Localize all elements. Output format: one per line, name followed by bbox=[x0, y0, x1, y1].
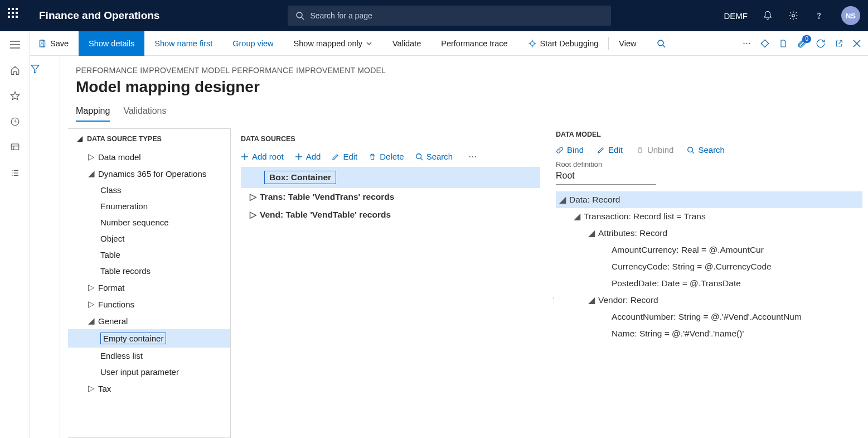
data-model-panel: DATA MODEL Bind Edit Unbind Search Root … bbox=[556, 128, 868, 438]
ds-item-trans[interactable]: ▷Trans: Table 'VendTrans' records bbox=[241, 188, 540, 206]
group-view-button[interactable]: Group view bbox=[222, 31, 283, 56]
root-definition-value[interactable]: Root bbox=[556, 169, 656, 185]
save-label: Save bbox=[50, 39, 69, 48]
help-icon[interactable] bbox=[813, 10, 825, 21]
performance-trace-button[interactable]: Performance trace bbox=[431, 31, 517, 56]
more-icon[interactable]: ··· bbox=[743, 37, 751, 49]
data-source-types-heading: DATA SOURCE TYPES bbox=[87, 135, 162, 143]
search-model-button[interactable]: Search bbox=[687, 145, 725, 155]
show-details-button[interactable]: Show details bbox=[79, 31, 144, 56]
root-definition-label: Root definition bbox=[556, 160, 862, 169]
delete-button[interactable]: Delete bbox=[368, 152, 404, 161]
svg-point-25 bbox=[658, 40, 663, 46]
tab-validations[interactable]: Validations bbox=[123, 106, 166, 122]
tree-item-table-records[interactable]: Table records bbox=[68, 263, 230, 279]
ds-item-vend[interactable]: ▷Vend: Table 'VendTable' records bbox=[241, 206, 540, 224]
tree-item-table[interactable]: Table bbox=[68, 247, 230, 263]
breadcrumb: PERFORMANCE IMPROVEMENT MODEL PERFORMANC… bbox=[76, 66, 868, 75]
tree-item-format[interactable]: ▷Format bbox=[68, 279, 230, 296]
hamburger-icon[interactable] bbox=[9, 39, 21, 50]
svg-point-0 bbox=[297, 12, 302, 18]
gear-icon[interactable] bbox=[788, 10, 799, 21]
dm-item-transaction[interactable]: ◢Transaction: Record list = Trans bbox=[556, 208, 862, 225]
attachments-count: 0 bbox=[802, 35, 811, 43]
clock-icon[interactable] bbox=[9, 116, 21, 127]
home-icon[interactable] bbox=[9, 65, 21, 76]
dm-item-vendor[interactable]: ◢Vendor: Record bbox=[556, 292, 862, 309]
user-avatar[interactable]: NS bbox=[841, 6, 860, 25]
svg-rect-19 bbox=[41, 44, 43, 46]
data-source-types-panel: ◢DATA SOURCE TYPES ▷Data model ◢Dynamics… bbox=[68, 128, 231, 438]
tree-item-functions[interactable]: ▷Functions bbox=[68, 296, 230, 312]
svg-line-26 bbox=[663, 45, 665, 47]
dm-item-data[interactable]: ◢Data: Record bbox=[556, 191, 862, 208]
popout-icon[interactable] bbox=[835, 39, 843, 48]
tree-item-object[interactable]: Object bbox=[68, 230, 230, 247]
svg-point-20 bbox=[530, 41, 534, 45]
add-button[interactable]: Add bbox=[295, 152, 321, 161]
show-name-first-button[interactable]: Show name first bbox=[144, 31, 222, 56]
toolbar-search-button[interactable] bbox=[647, 31, 676, 56]
dm-item-currency[interactable]: CurrencyCode: String = @.CurrencyCode bbox=[556, 258, 862, 275]
attachments-icon[interactable]: 0 bbox=[797, 38, 807, 49]
add-root-button[interactable]: Add root bbox=[241, 152, 284, 161]
svg-line-36 bbox=[420, 158, 423, 160]
view-button[interactable]: View bbox=[609, 31, 646, 56]
page-title: Model mapping designer bbox=[76, 78, 868, 96]
tree-item-tax[interactable]: ▷Tax bbox=[68, 380, 230, 397]
svg-line-38 bbox=[692, 151, 695, 153]
dm-item-attributes[interactable]: ◢Attributes: Record bbox=[556, 225, 862, 242]
tree-item-empty-container[interactable]: Empty container bbox=[68, 329, 230, 348]
start-debugging-button[interactable]: Start Debugging bbox=[518, 31, 609, 56]
filter-icon[interactable] bbox=[30, 64, 60, 74]
close-icon[interactable] bbox=[852, 39, 861, 48]
dm-item-name[interactable]: Name: String = @.'#Vend'.'name()' bbox=[556, 325, 862, 342]
diamond-icon[interactable] bbox=[760, 38, 770, 49]
tree-item-class[interactable]: Class bbox=[68, 182, 230, 198]
search-icon bbox=[295, 11, 304, 20]
company-indicator[interactable]: DEMF bbox=[724, 11, 748, 21]
data-model-heading: DATA MODEL bbox=[556, 131, 862, 138]
svg-marker-7 bbox=[11, 92, 19, 100]
modules-icon[interactable] bbox=[9, 167, 21, 179]
global-search[interactable]: Search for a page bbox=[288, 6, 611, 26]
edit-button[interactable]: Edit bbox=[332, 152, 357, 161]
dm-item-account[interactable]: AccountNumber: String = @.'#Vend'.Accoun… bbox=[556, 309, 862, 325]
unbind-button: Unbind bbox=[636, 145, 674, 155]
office-icon[interactable] bbox=[779, 38, 788, 49]
svg-point-3 bbox=[818, 18, 819, 18]
star-icon[interactable] bbox=[9, 90, 21, 102]
refresh-icon[interactable] bbox=[816, 38, 826, 49]
app-launcher-icon[interactable] bbox=[8, 8, 23, 23]
show-mapped-only-dropdown[interactable]: Show mapped only bbox=[284, 31, 382, 56]
tree-item-endless-list[interactable]: Endless list bbox=[68, 348, 230, 364]
tree-item-number-sequence[interactable]: Number sequence bbox=[68, 214, 230, 230]
tree-item-user-input-parameter[interactable]: User input parameter bbox=[68, 364, 230, 380]
svg-point-37 bbox=[688, 147, 693, 152]
more-icon[interactable]: ··· bbox=[468, 151, 477, 162]
ds-item-box[interactable]: Box: Container bbox=[241, 167, 540, 188]
data-sources-heading: DATA SOURCES bbox=[241, 135, 540, 143]
workspace-icon[interactable] bbox=[9, 142, 21, 153]
tree-item-enumeration[interactable]: Enumeration bbox=[68, 198, 230, 214]
data-sources-panel: DATA SOURCES Add root Add Edit Delete Se… bbox=[231, 128, 550, 438]
dm-item-posted[interactable]: PostedDate: Date = @.TransDate bbox=[556, 275, 862, 292]
svg-point-2 bbox=[792, 15, 795, 17]
dm-item-amount[interactable]: AmountCurrency: Real = @.AmountCur bbox=[556, 242, 862, 258]
tree-item-data-model[interactable]: ▷Data model bbox=[68, 148, 230, 165]
edit-model-button[interactable]: Edit bbox=[597, 145, 623, 155]
tree-item-general[interactable]: ◢General bbox=[68, 312, 230, 329]
action-toolbar: Save Show details Show name first Group … bbox=[30, 31, 868, 56]
bell-icon[interactable] bbox=[762, 10, 773, 21]
tree-item-d365[interactable]: ◢Dynamics 365 for Operations bbox=[68, 165, 230, 182]
svg-rect-18 bbox=[41, 40, 43, 42]
app-header: Finance and Operations Search for a page… bbox=[0, 0, 868, 31]
bind-button[interactable]: Bind bbox=[556, 145, 584, 155]
svg-marker-30 bbox=[31, 65, 39, 73]
validate-button[interactable]: Validate bbox=[382, 31, 431, 56]
tab-mapping[interactable]: Mapping bbox=[76, 106, 110, 122]
save-button[interactable]: Save bbox=[30, 31, 79, 56]
search-button[interactable]: Search bbox=[415, 152, 453, 161]
splitter[interactable]: ⋮⋮ bbox=[550, 128, 556, 438]
debug-icon bbox=[528, 39, 537, 48]
